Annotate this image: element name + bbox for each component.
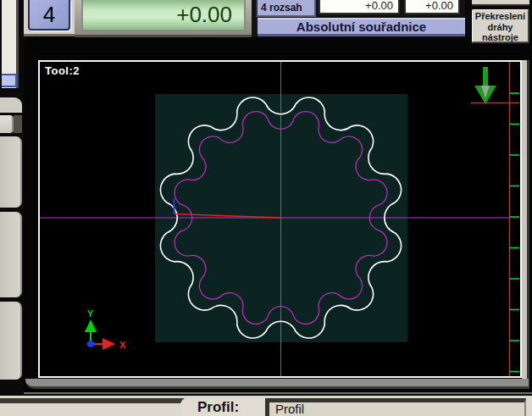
dro-small-a: +0.00 xyxy=(319,0,400,14)
partial-button-strip xyxy=(472,0,529,6)
dro-display-frame: +0.00 xyxy=(75,0,252,37)
left-mini-button-shadow xyxy=(14,115,22,133)
y-axis-label: Y xyxy=(87,308,94,319)
y-axis-arrow-icon xyxy=(85,319,97,332)
left-partial-mini-button[interactable] xyxy=(0,115,14,133)
range-label: 4 rozsah xyxy=(256,0,316,17)
tool-number-label: Tool:2 xyxy=(45,64,80,77)
redraw-line-2: dráhy xyxy=(473,22,528,33)
origin-dot xyxy=(87,341,95,347)
redraw-line-1: Překreslení xyxy=(473,11,528,22)
redraw-line-3: nástroje xyxy=(473,32,528,43)
left-partial-blue-icon[interactable] xyxy=(2,74,17,87)
dro-main-display: +0.00 xyxy=(81,0,246,31)
profile-input[interactable]: Profil xyxy=(265,398,526,416)
cnc-screen: 4 +0.00 4 rozsah +0.00 +0.00 Absolutní s… xyxy=(0,0,532,416)
left-panel-corner xyxy=(0,97,22,113)
x-axis-arrow-icon xyxy=(103,338,115,350)
display-right-bevel xyxy=(522,60,529,389)
left-partial-button-2[interactable] xyxy=(0,212,22,297)
profile-label: Profil: xyxy=(197,399,239,416)
absolute-coordinates-button[interactable]: Absolutní souřadnice xyxy=(258,18,465,36)
left-partial-button-3[interactable] xyxy=(0,302,22,380)
bottom-recessed-band xyxy=(0,398,188,403)
left-partial-panel xyxy=(2,0,19,88)
display-bottom-bevel xyxy=(25,379,529,389)
tool-marker-shaft xyxy=(483,67,488,86)
toolpath-display[interactable]: YX xyxy=(40,62,520,376)
x-axis-label: X xyxy=(119,340,126,350)
bottom-bar: Profil: Profil xyxy=(0,396,532,416)
dro-small-b: +0.00 xyxy=(404,0,460,14)
tool-slot-button[interactable]: 4 xyxy=(28,0,70,31)
redraw-toolpath-button[interactable]: Překreslení dráhy nástroje xyxy=(472,9,529,43)
left-partial-button-1[interactable] xyxy=(0,136,22,208)
